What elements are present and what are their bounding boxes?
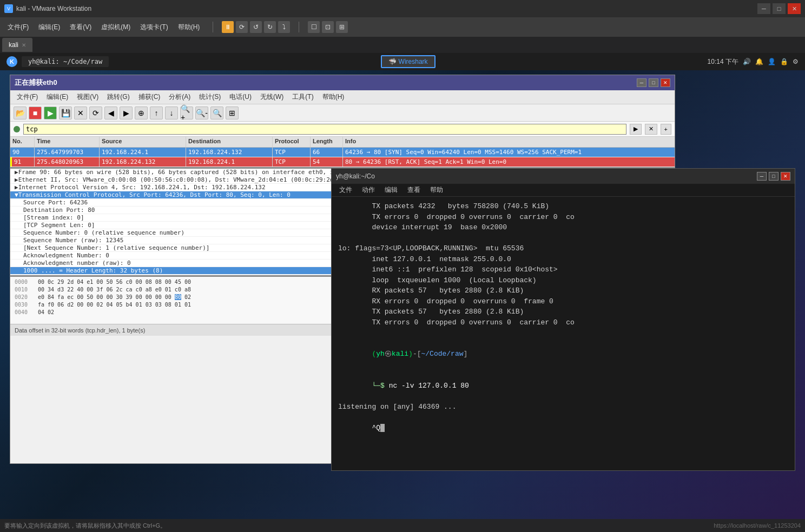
pkt-time-90: 275.647999703 (35, 148, 100, 157)
term-menu-action[interactable]: 动作 (358, 184, 379, 196)
pkt-no-90: 90 (10, 148, 35, 157)
term-menu-help[interactable]: 帮助 (426, 184, 447, 196)
ws-btn-open[interactable]: 📂 (14, 107, 27, 119)
menu-view[interactable]: 查看(V) (65, 21, 96, 34)
pause-icon[interactable]: ⏸ (222, 21, 234, 33)
tb-icon-7[interactable]: ⊞ (336, 21, 348, 33)
menu-help[interactable]: 帮助(H) (174, 21, 204, 34)
term-titlebar: yh@kali:~/Co ─ □ ✕ (332, 169, 795, 184)
term-cursor (380, 424, 385, 432)
ws-btn-fwd[interactable]: ▶ (120, 107, 133, 119)
sys-icon-1[interactable]: 🔊 (743, 58, 751, 65)
col-time: Time (35, 137, 100, 147)
term-menu-file[interactable]: 文件 (335, 184, 357, 196)
term-minimize[interactable]: ─ (757, 172, 767, 181)
menu-file[interactable]: 文件(F) (3, 21, 33, 34)
ws-btn-up[interactable]: ↑ (150, 107, 163, 119)
tab-kali[interactable]: kali ✕ (2, 38, 32, 52)
ws-controls: ─ □ ✕ (637, 78, 670, 87)
maximize-button[interactable]: □ (773, 3, 786, 14)
ws-menu-edit[interactable]: 编辑(E) (42, 91, 72, 103)
tab-kali-close[interactable]: ✕ (22, 42, 26, 48)
ws-menu-analyze[interactable]: 分析(A) (164, 91, 195, 103)
tb-icon-3[interactable]: ↻ (264, 21, 276, 33)
tb-icon-6[interactable]: ⊡ (322, 21, 334, 33)
ws-btn-layout[interactable]: ⊞ (226, 107, 239, 119)
ws-close[interactable]: ✕ (661, 78, 670, 87)
ws-btn-zoom-reset[interactable]: 🔍 (210, 107, 223, 119)
tab-kali-label: kali (9, 41, 18, 49)
col-dst: Destination (186, 137, 273, 147)
terminal-window: yh@kali:~/Co ─ □ ✕ 文件 动作 编辑 查看 帮助 TX pac… (331, 168, 795, 471)
ws-menu-help[interactable]: 帮助(H) (318, 91, 349, 103)
ws-packet-list: No. Time Source Destination Protocol Len… (10, 137, 675, 167)
term-controls: ─ □ ✕ (757, 172, 790, 181)
term-prompt-line: (yh㉿kali)-[~/Code/raw] (338, 338, 788, 370)
ws-menu-view[interactable]: 视图(V) (72, 91, 103, 103)
menu-edit[interactable]: 编辑(E) (34, 21, 64, 34)
ws-btn-close[interactable]: ✕ (74, 107, 87, 119)
ws-btn-zoom-out[interactable]: 🔍- (195, 107, 208, 119)
term-close[interactable]: ✕ (781, 172, 790, 181)
term-dir: -[~/Code/raw] (413, 350, 467, 358)
wireshark-tab[interactable]: 🦈 Wireshark (381, 55, 435, 68)
ws-btn-autoscroll[interactable]: ⊕ (135, 107, 148, 119)
term-line-6: inet6 ::1 prefixlen 128 scopeid 0x10<hos… (338, 264, 788, 275)
ws-menu-stats[interactable]: 统计(S) (195, 91, 225, 103)
tb-icon-1[interactable]: ⟳ (236, 21, 248, 33)
ws-menu-file[interactable]: 文件(F) (12, 91, 42, 103)
ws-btn-zoom-in[interactable]: 🔍+ (180, 107, 193, 119)
ws-filter-bar: ▶ ✕ + (10, 122, 675, 137)
ws-btn-back[interactable]: ◀ (104, 107, 117, 119)
vmware-title-text: kali - VMware Workstation (16, 5, 91, 12)
ws-btn-down[interactable]: ↓ (165, 107, 178, 119)
term-line-blank2 (338, 328, 788, 338)
sys-icon-4[interactable]: 🔒 (780, 58, 788, 65)
term-line-9: RX errors 0 dropped 0 overruns 0 frame 0 (338, 296, 788, 307)
ws-menu-go[interactable]: 跳转(G) (103, 91, 134, 103)
ws-btn-stop[interactable]: ■ (29, 107, 42, 119)
filter-input[interactable] (23, 124, 626, 135)
filter-clear[interactable]: ✕ (645, 124, 657, 135)
ws-btn-save[interactable]: 💾 (59, 107, 72, 119)
filter-indicator (14, 126, 20, 132)
col-info: Info (343, 137, 675, 147)
sys-icon-3[interactable]: 👤 (768, 58, 776, 65)
term-menu-edit[interactable]: 编辑 (380, 184, 402, 196)
ws-menu-tools[interactable]: 工具(T) (288, 91, 318, 103)
term-line-10: TX packets 57 bytes 2880 (2.8 KiB) (338, 307, 788, 317)
term-maximize[interactable]: □ (769, 172, 778, 181)
pkt-proto-91: TCP (273, 157, 311, 167)
tb-icon-5[interactable]: ☐ (308, 21, 320, 33)
term-line-2: TX errors 0 dropped 0 overruns 0 carrier… (338, 212, 788, 223)
tb-icon-2[interactable]: ↺ (250, 21, 262, 33)
vmware-titlebar: V kali - VMware Workstation ─ □ ✕ (0, 0, 805, 17)
close-button[interactable]: ✕ (788, 3, 801, 14)
ws-btn-reload[interactable]: ⟳ (89, 107, 102, 119)
tb-icon-4[interactable]: ⤵ (278, 21, 290, 33)
window-controls: ─ □ ✕ (757, 3, 801, 14)
ws-btn-restart[interactable]: ▶ (44, 107, 57, 119)
menu-vm[interactable]: 虚拟机(M) (97, 21, 135, 34)
bottom-bar-url: https://localhost/raw/c_11253204 (714, 522, 801, 529)
bottom-bar-text: 要将输入定向到该虚拟机，请将鼠标指移入其中或按 Ctrl+G。 (4, 522, 166, 530)
packet-row-90[interactable]: 90 275.647999703 192.168.224.1 192.168.2… (10, 148, 675, 157)
filter-apply[interactable]: ▶ (630, 124, 642, 135)
term-menu-view[interactable]: 查看 (403, 184, 425, 196)
pkt-no-91: 91 (10, 157, 35, 167)
menu-tabs[interactable]: 选项卡(T) (136, 21, 172, 34)
ws-minimize[interactable]: ─ (637, 78, 646, 87)
filter-bookmark[interactable]: + (661, 124, 671, 135)
packet-row-91[interactable]: 91 275.648020963 192.168.224.132 192.168… (10, 157, 675, 167)
term-prompt-text: (yh㉿kali) (372, 350, 412, 358)
sys-icon-2[interactable]: 🔔 (755, 58, 763, 65)
ws-menu-wireless[interactable]: 无线(W) (256, 91, 288, 103)
ws-menu-capture[interactable]: 捕获(C) (134, 91, 165, 103)
ws-maximize[interactable]: □ (649, 78, 658, 87)
pkt-time-91: 275.648020963 (35, 157, 100, 167)
ws-menu-phone[interactable]: 电话(U) (225, 91, 256, 103)
minimize-button[interactable]: ─ (757, 3, 770, 14)
term-line-1: TX packets 4232 bytes 758280 (740.5 KiB) (338, 201, 788, 212)
terminal-tab-left[interactable]: yh@kali: ~/Code/raw (22, 56, 109, 67)
sys-icon-5[interactable]: ⚙ (793, 58, 799, 65)
